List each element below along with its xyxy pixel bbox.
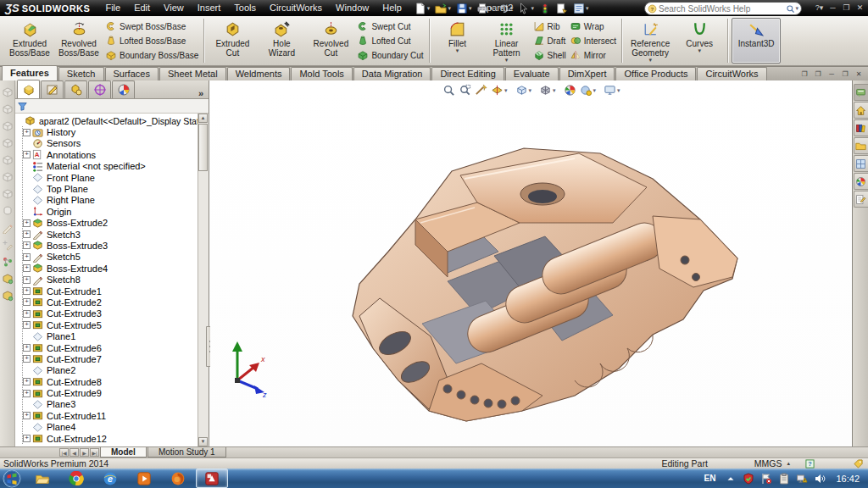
tree-item-annotations[interactable]: +AAnnotations: [23, 149, 198, 160]
help-search-box[interactable]: ? ▾: [644, 2, 802, 15]
ribbon-button-extruded-boss-base[interactable]: Extruded Boss/Base: [5, 18, 54, 64]
taskbar-app-internet-explorer[interactable]: e: [94, 469, 126, 488]
task-pane-tab-custom-properties[interactable]: [854, 191, 868, 208]
cascade2-icon[interactable]: ❐: [812, 69, 824, 79]
new-doc-button[interactable]: ▾: [413, 1, 432, 15]
model-3d-brake-caliper[interactable]: [320, 141, 744, 430]
task-pane-tab-appearances[interactable]: [854, 173, 868, 190]
tray-network-icon[interactable]: [795, 472, 808, 485]
ribbon-button-fillet[interactable]: Fillet▾: [433, 18, 482, 64]
expand-toggle[interactable]: +: [23, 253, 31, 261]
tree-scrollbar[interactable]: ▲ ▼: [198, 114, 209, 446]
expand-toggle[interactable]: +: [23, 298, 31, 306]
tree-item-sketch3[interactable]: +Sketch3: [23, 229, 198, 240]
status-help-icon[interactable]: ?: [805, 459, 815, 469]
tree-item-sketch8[interactable]: +Sketch8: [23, 274, 198, 285]
menu-item-insert[interactable]: Insert: [191, 0, 228, 16]
task-pane-tab-resources[interactable]: [854, 84, 868, 101]
tab-office-products[interactable]: Office Products: [615, 67, 696, 80]
dropdown-caret-icon[interactable]: ▾: [617, 87, 620, 94]
tray-clipboard-icon[interactable]: [777, 472, 790, 485]
tab-nav-button-0[interactable]: |◀: [59, 448, 69, 457]
tree-item-cut-extrude5[interactable]: +Cut-Extrude5: [23, 319, 198, 330]
tree-item-cut-extrude8[interactable]: +Cut-Extrude8: [23, 376, 198, 387]
apply-scene-button[interactable]: ▾: [578, 83, 598, 97]
taskbar-clock[interactable]: 16:42: [836, 474, 860, 484]
expand-toggle[interactable]: +: [23, 287, 31, 295]
tree-item-sketch5[interactable]: +Sketch5: [23, 252, 198, 263]
ribbon-button-intersect[interactable]: Intersect: [570, 34, 616, 48]
tab-direct-editing[interactable]: Direct Editing: [431, 67, 504, 80]
units-selector[interactable]: MMGS: [754, 458, 782, 469]
gold-cube-icon[interactable]: [2, 273, 14, 285]
filter-funnel-icon[interactable]: [18, 102, 27, 111]
view-orientation-button[interactable]: ▾: [514, 83, 534, 97]
search-caret-icon[interactable]: ▾: [795, 5, 798, 12]
dropdown-caret-icon[interactable]: ▾: [427, 5, 431, 12]
tab-nav-button-1[interactable]: ◀: [70, 448, 79, 457]
expand-toggle[interactable]: +: [23, 230, 31, 238]
dropdown-caret-icon[interactable]: ▾: [529, 87, 532, 94]
tree-item-boss-extrude3[interactable]: +Boss-Extrude3: [23, 240, 198, 251]
tree-item-right-plane[interactable]: Right Plane: [23, 195, 198, 206]
section-view-button[interactable]: ▾: [489, 83, 509, 97]
cube-icon[interactable]: [2, 137, 14, 149]
close-button[interactable]: ✕: [854, 1, 866, 14]
language-indicator[interactable]: EN: [704, 474, 716, 483]
cube-icon[interactable]: [2, 86, 14, 98]
taskbar-app-solidworks[interactable]: [196, 469, 228, 488]
menu-item-window[interactable]: Window: [329, 0, 376, 16]
tree-item-plane1[interactable]: Plane1: [23, 330, 198, 341]
tree-item-origin[interactable]: Origin: [23, 206, 198, 217]
menu-item-help[interactable]: Help: [376, 0, 409, 16]
select-arrow-button[interactable]: ▾: [516, 1, 536, 15]
task-pane-tab-file-explorer[interactable]: [854, 137, 868, 154]
view-settings-button[interactable]: ▾: [602, 83, 622, 97]
tree-item-boss-extrude4[interactable]: +Boss-Extrude4: [23, 263, 198, 274]
tree-item-top-plane[interactable]: Top Plane: [23, 183, 198, 194]
dropdown-caret-icon[interactable]: ▾: [593, 87, 597, 94]
tab-features[interactable]: Features: [2, 65, 58, 80]
options-button[interactable]: ▾: [571, 1, 591, 15]
panel-tab-feature-manager[interactable]: [17, 80, 40, 98]
tab-nav-button-3[interactable]: ▶|: [90, 448, 99, 457]
tree-item-cut-extrude1[interactable]: +Cut-Extrude1: [23, 286, 198, 297]
edit-appearance-button[interactable]: [562, 83, 578, 97]
save-button[interactable]: ▾: [454, 1, 474, 15]
menu-item-circuitworks[interactable]: CircuitWorks: [263, 0, 329, 16]
ribbon-button-draft[interactable]: Draft: [533, 34, 566, 48]
tab-data-migration[interactable]: Data Migration: [353, 67, 431, 80]
tab-weldments[interactable]: Weldments: [227, 67, 291, 80]
help-button[interactable]: ?▾: [813, 1, 826, 14]
cube-icon[interactable]: [2, 171, 14, 183]
tree-item-front-plane[interactable]: Front Plane: [23, 172, 198, 183]
rebuild-light-button[interactable]: [537, 1, 553, 15]
graphics-viewport[interactable]: ▾▾▾▾▾: [210, 80, 852, 446]
units-caret-icon[interactable]: ▴: [787, 460, 790, 467]
doc-minimize-button[interactable]: ─: [826, 69, 837, 79]
panel-expand-button[interactable]: »: [198, 88, 207, 98]
tree-filter-row[interactable]: [15, 99, 209, 114]
dropdown-caret-icon[interactable]: ▾: [505, 58, 509, 63]
tab-surfaces[interactable]: Surfaces: [105, 67, 159, 80]
ribbon-button-revolved-cut[interactable]: Revolved Cut: [306, 18, 355, 64]
dropdown-caret-icon[interactable]: ▾: [469, 5, 472, 12]
tree-item-cut-extrude11[interactable]: +Cut-Extrude11: [23, 410, 198, 421]
ribbon-button-reference-geometry[interactable]: Reference Geometry▾: [626, 18, 675, 64]
restore-button[interactable]: ❐: [840, 1, 853, 14]
tree-item-cut-extrude6[interactable]: +Cut-Extrude6: [23, 342, 198, 353]
dropdown-caret-icon[interactable]: ▾: [448, 5, 451, 12]
zoom-to-area-button[interactable]: [457, 83, 473, 97]
ribbon-button-swept-cut[interactable]: Swept Cut: [357, 19, 423, 34]
expand-toggle[interactable]: +: [23, 355, 31, 363]
scroll-down-button[interactable]: ▼: [198, 437, 208, 446]
tab-circuitworks[interactable]: CircuitWorks: [697, 67, 766, 80]
ribbon-button-extruded-cut[interactable]: Extruded Cut: [208, 18, 257, 64]
start-button[interactable]: [3, 469, 21, 488]
doc-close-button[interactable]: ✕: [853, 69, 865, 79]
tree-item-cut-extrude2[interactable]: +Cut-Extrude2: [23, 297, 198, 308]
ribbon-button-boundary-cut[interactable]: Boundary Cut: [357, 48, 423, 63]
dropdown-caret-icon[interactable]: ▾: [648, 58, 652, 63]
ribbon-button-instant3d[interactable]: Instant3D: [732, 18, 781, 64]
cascade-icon[interactable]: ❐: [798, 69, 810, 79]
